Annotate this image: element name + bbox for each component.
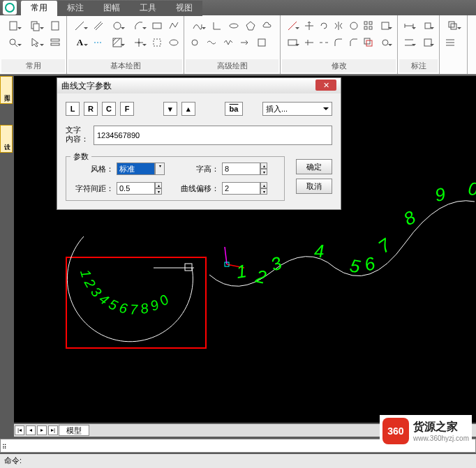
dialog-titlebar[interactable]: 曲线文字参数 ✕	[57, 78, 341, 93]
scale-button[interactable]	[347, 18, 360, 33]
close-button[interactable]: ✕	[315, 80, 336, 91]
cancel-button[interactable]: 取消	[296, 179, 332, 194]
explode-button[interactable]	[376, 35, 394, 50]
ok-button[interactable]: 确定	[296, 159, 332, 174]
block-button[interactable]	[254, 35, 269, 50]
resize-grip-icon[interactable]: ⠿	[2, 444, 7, 451]
measure-button[interactable]	[283, 18, 302, 33]
insert-dropdown[interactable]: 插入...	[262, 102, 332, 116]
new-file-button[interactable]	[3, 18, 24, 33]
svg-rect-31	[382, 22, 389, 29]
style-input[interactable]	[117, 163, 155, 175]
construction-button[interactable]	[91, 35, 106, 50]
paste-button[interactable]	[47, 18, 63, 33]
nav-next-button[interactable]: ▸	[37, 425, 47, 435]
sidebar-item-2[interactable]: 设计	[0, 125, 13, 153]
text-button[interactable]: A	[70, 35, 90, 50]
tab-view[interactable]: 视图	[166, 1, 202, 16]
circle-button[interactable]	[107, 18, 128, 33]
dim-linear-button[interactable]	[401, 18, 418, 33]
align-center-button[interactable]: C	[102, 102, 116, 116]
gear-icon	[189, 37, 200, 48]
style-dropdown-button[interactable]: ▾	[155, 163, 165, 175]
hatch-button[interactable]	[107, 35, 128, 50]
break-button[interactable]	[318, 35, 331, 50]
extra2-button[interactable]	[442, 35, 458, 50]
offset-button[interactable]	[362, 35, 375, 50]
align-right-button[interactable]: R	[84, 102, 98, 116]
tab-annotate[interactable]: 标注	[57, 1, 94, 16]
svg-rect-12	[153, 23, 161, 29]
ellipse2-button[interactable]	[226, 18, 241, 33]
wave-icon	[206, 37, 217, 48]
spline-button[interactable]	[187, 18, 208, 33]
height-down-button[interactable]: ▾	[260, 169, 267, 175]
svg-point-11	[114, 22, 121, 29]
direction-up-button[interactable]: ▴	[181, 102, 195, 116]
extend-button[interactable]	[303, 35, 316, 50]
rotate-button[interactable]	[318, 18, 331, 33]
parallel-button[interactable]	[91, 18, 106, 33]
angle-button[interactable]	[209, 18, 225, 33]
dim-edit-button[interactable]	[401, 35, 418, 50]
more-modify-button[interactable]	[376, 18, 394, 33]
tab-common[interactable]: 常用	[21, 1, 57, 16]
text-content-input[interactable]	[94, 126, 332, 145]
move-button[interactable]	[303, 18, 316, 33]
region-button[interactable]	[150, 35, 165, 50]
ruler-icon	[287, 20, 298, 31]
chamfer-button[interactable]	[347, 35, 360, 50]
spacing-down-button[interactable]: ▾	[155, 188, 162, 195]
spacing-input[interactable]	[117, 182, 155, 195]
rect-button[interactable]	[150, 18, 165, 33]
arrow-button[interactable]	[237, 35, 253, 50]
model-tab[interactable]: 模型	[59, 425, 89, 436]
dim-align-button[interactable]	[419, 18, 437, 33]
tab-sheet[interactable]: 图幅	[94, 1, 130, 16]
nav-last-button[interactable]: ▸|	[48, 425, 58, 435]
nav-prev-button[interactable]: ◂	[26, 425, 36, 435]
mirror-button[interactable]	[332, 18, 345, 33]
props-button[interactable]	[47, 35, 63, 50]
arc-button[interactable]	[128, 18, 149, 33]
list-icon	[445, 37, 456, 48]
svg-text:3: 3	[268, 252, 285, 275]
sidebar-item-1[interactable]: 图库	[0, 76, 13, 104]
polygon-button[interactable]	[243, 18, 258, 33]
svg-point-21	[170, 40, 178, 45]
tab-tools[interactable]: 工具	[130, 1, 166, 16]
command-line[interactable]: 命令:	[0, 454, 476, 468]
zoom-button[interactable]	[3, 35, 24, 50]
height-up-button[interactable]: ▴	[260, 163, 267, 169]
svg-text:6: 6	[362, 252, 378, 275]
offset-up-button[interactable]: ▴	[260, 182, 267, 188]
block-icon	[256, 37, 267, 48]
overline-button[interactable]: ba	[225, 102, 243, 116]
extra1-button[interactable]	[442, 18, 463, 33]
spacing-up-button[interactable]: ▴	[155, 182, 162, 188]
gear-button[interactable]	[187, 35, 202, 50]
height-input[interactable]	[222, 163, 260, 175]
nav-first-button[interactable]: |◂	[15, 425, 24, 435]
ellipse-button[interactable]	[166, 35, 181, 50]
zigzag-button[interactable]	[221, 35, 236, 50]
point-button[interactable]	[128, 35, 149, 50]
direction-down-button[interactable]: ▾	[163, 102, 177, 116]
array-button[interactable]	[362, 18, 375, 33]
trim-button[interactable]	[283, 35, 302, 50]
cloud-button[interactable]	[260, 18, 275, 33]
angle-icon	[211, 20, 223, 31]
select-button[interactable]	[25, 35, 46, 50]
text-icon: A	[77, 37, 83, 48]
offset-down-button[interactable]: ▾	[260, 188, 267, 195]
offset-input[interactable]	[222, 182, 260, 195]
align-fit-button[interactable]: F	[120, 102, 134, 116]
line-icon	[74, 20, 85, 31]
line-button[interactable]	[70, 18, 90, 33]
wave-button[interactable]	[204, 35, 219, 50]
dim-style-button[interactable]	[419, 35, 437, 50]
fillet-button[interactable]	[332, 35, 345, 50]
align-left-button[interactable]: L	[66, 102, 80, 116]
copy-button[interactable]	[25, 18, 46, 33]
polyline-button[interactable]	[166, 18, 181, 33]
